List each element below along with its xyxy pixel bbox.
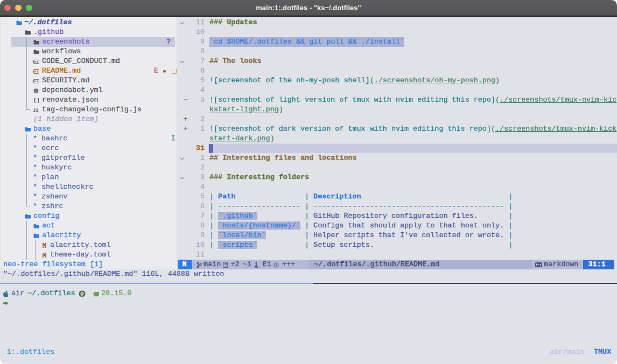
svg-text:{}: {} xyxy=(33,98,39,103)
svg-text:JS: JS xyxy=(33,108,39,113)
